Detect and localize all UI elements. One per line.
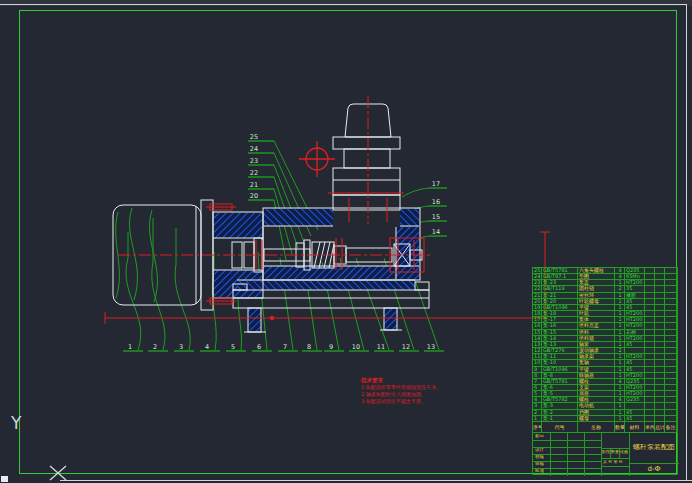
callout-label: 24: [250, 145, 258, 153]
callout-label: 3: [179, 343, 183, 351]
callout-label: 11: [377, 343, 385, 351]
drawing-title: 螺杆泵装配图: [631, 444, 677, 451]
callout-label: 21: [250, 181, 258, 189]
callout-label: 14: [432, 228, 440, 236]
drawing-number: d-Ф: [629, 466, 679, 473]
bom-rows: 25 GB/T5781 六角头螺栓 4 Q235 24 GB/T97.1 垫圈 …: [533, 268, 677, 422]
callout-label: 22: [250, 169, 258, 177]
cad-viewport[interactable]: 1 2 3 4 5 6 7 8 9 10 11 12 13 25 24 23 2…: [0, 0, 692, 483]
ucs-markers: Y: [1, 413, 66, 482]
bom-header-row: 序号 代号 名称 数量 材料 单件 总计 备注: [533, 422, 677, 433]
callout-label: 4: [205, 343, 209, 351]
tb-design-label: 设计: [535, 448, 544, 453]
section-symbol: [299, 141, 335, 177]
callout-label: 13: [427, 343, 435, 351]
tech-title: 技术要求: [361, 377, 441, 384]
callout-label: 6: [257, 343, 261, 351]
callout-label: 9: [329, 343, 333, 351]
callout-label: 15: [432, 213, 440, 221]
callout-label: 16: [432, 198, 440, 206]
tech-line: 1.装配前所有零件用煤油清洗干净。: [361, 384, 441, 391]
discharge-valve: [333, 104, 400, 210]
callout-label: 1: [128, 343, 132, 351]
tb-sheet-label: 共 张 第 张: [603, 460, 623, 464]
tb-stage-label: 阶段标记: [602, 450, 610, 454]
callout-label: 12: [402, 343, 410, 351]
bom-table: 25 GB/T5781 六角头螺栓 4 Q235 24 GB/T97.1 垫圈 …: [532, 267, 678, 475]
ucs-y-label: Y: [10, 413, 22, 433]
tech-line: 3.装配后试转应平稳无卡滞。: [361, 398, 441, 405]
callout-label: 23: [250, 157, 258, 165]
tech-line: 2.轴承装配时注入润滑油脂。: [361, 391, 441, 398]
callout-label: 17: [432, 180, 440, 188]
bom-row: 1 泵-1 螺母 1 45: [533, 416, 677, 422]
tb-qty-label: 数量: [611, 450, 619, 454]
callout-label: 2: [153, 343, 157, 351]
callout-label: 10: [352, 343, 360, 351]
callout-label: 25: [250, 133, 258, 141]
callout-label: 20: [250, 192, 258, 200]
technical-requirements: 技术要求 1.装配前所有零件用煤油清洗干净。 2.轴承装配时注入润滑油脂。 3.…: [361, 377, 441, 405]
tb-mark-label: 标记: [535, 434, 544, 439]
callout-label: 7: [283, 343, 287, 351]
tb-approve-label: 批准: [535, 469, 544, 474]
callout-label: 5: [231, 343, 235, 351]
tb-check-label: 校核: [535, 455, 544, 460]
tb-review-label: 审核: [535, 462, 544, 467]
origin-box: [1, 476, 8, 482]
tb-scale-label: 比例: [620, 450, 628, 454]
callout-label: 8: [307, 343, 311, 351]
